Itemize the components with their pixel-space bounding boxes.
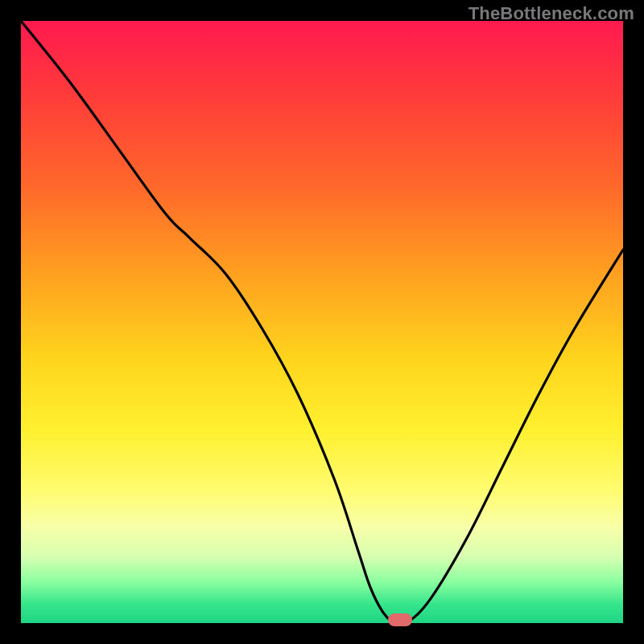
chart-frame: TheBottleneck.com [0,0,644,644]
plot-area [21,21,623,623]
bottleneck-curve [21,21,623,623]
watermark-text: TheBottleneck.com [469,3,634,24]
optimal-marker [388,613,412,626]
